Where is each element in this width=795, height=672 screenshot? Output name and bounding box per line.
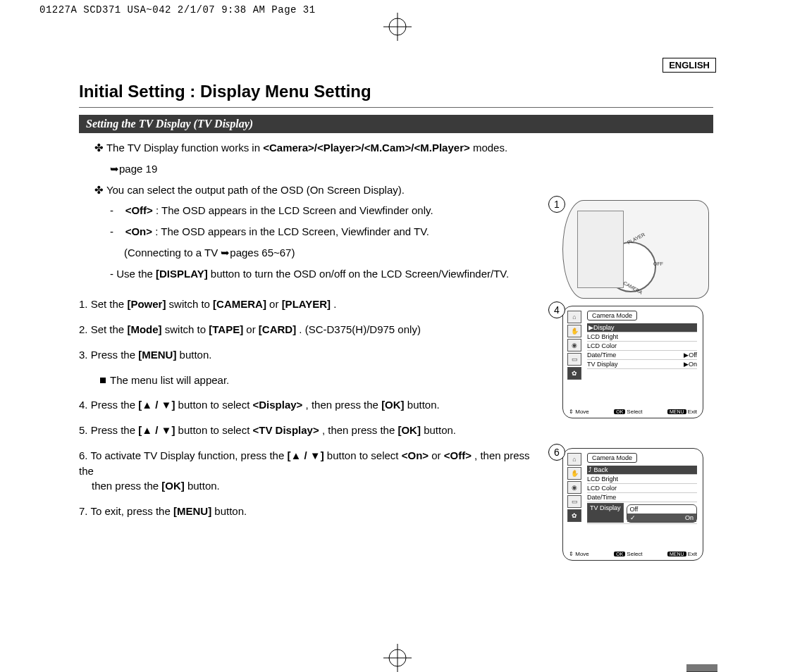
menu-value: ▶On bbox=[684, 361, 697, 368]
step-3: 3. Press the bbox=[79, 349, 138, 361]
step-6: 6. To activate TV Display function, pres… bbox=[79, 449, 287, 461]
text: button to select bbox=[178, 399, 253, 411]
svg-rect-7 bbox=[686, 664, 717, 671]
section-heading: Setting the TV Display (TV Display) bbox=[79, 115, 713, 133]
text: switch to bbox=[169, 298, 214, 310]
back-item: ⤴ Back bbox=[588, 466, 608, 473]
page-number-badge: 31 bbox=[686, 664, 717, 672]
text: modes. bbox=[473, 142, 507, 154]
step-3-note: The menu list will appear. bbox=[110, 374, 229, 386]
off-text: : The OSD appears in the LCD Screen and … bbox=[156, 204, 433, 216]
gear-icon: ✿ bbox=[567, 509, 581, 522]
reel-icon: ◉ bbox=[567, 339, 581, 351]
tv-icon: ▭ bbox=[567, 495, 581, 508]
page-ref: ➥page 19 bbox=[79, 161, 544, 177]
step-5: 5. Press the bbox=[79, 424, 138, 436]
body-text: ✤ The TV Display function works in <Came… bbox=[79, 140, 544, 519]
text: . bbox=[333, 298, 336, 310]
menu-button: [MENU] bbox=[138, 349, 176, 361]
mode-switch: [Mode] bbox=[127, 323, 161, 335]
text: switch to bbox=[165, 323, 209, 335]
menu-chip: MENU bbox=[667, 409, 686, 414]
menu-item: TV Display bbox=[587, 361, 618, 368]
menu-item: LCD Color bbox=[587, 485, 617, 492]
menu-item: LCD Color bbox=[587, 342, 617, 349]
cam-icon: ⌂ bbox=[567, 311, 581, 323]
text: , then press the bbox=[306, 399, 382, 411]
figure-4: 4 ⌂ ✋ ◉ ▭ ✿ Camera Mode ▶Display LCD Bri… bbox=[562, 306, 703, 418]
figure-number: 6 bbox=[548, 444, 565, 461]
text: then press the bbox=[79, 480, 161, 492]
updown-button: [▲ / ▼] bbox=[138, 399, 175, 411]
rule bbox=[79, 107, 713, 108]
tape-label: [TAPE] bbox=[209, 323, 243, 335]
text: button. bbox=[180, 349, 212, 361]
menu-item: ▶Display bbox=[588, 324, 615, 331]
text: button. bbox=[187, 480, 220, 492]
ok-button: [OK] bbox=[161, 480, 185, 492]
text: or bbox=[269, 298, 282, 310]
help-exit: Exit bbox=[688, 409, 697, 415]
menu-item: Date/Time bbox=[587, 351, 616, 359]
lcd-mockup: ⌂ ✋ ◉ ▭ ✿ Camera Mode ▶Display LCD Brigh… bbox=[562, 306, 703, 418]
text: button to select bbox=[327, 449, 402, 461]
menu-value: ▶Off bbox=[684, 351, 697, 359]
help-exit: Exit bbox=[688, 551, 697, 557]
print-header: 01227A SCD371 USA~042 2/1/07 9:38 AM Pag… bbox=[39, 4, 316, 15]
on-extra: (Connecting to a TV ➥pages 65~67) bbox=[79, 245, 544, 261]
updown-button: [▲ / ▼] bbox=[287, 449, 323, 461]
help-select: Select bbox=[627, 551, 642, 557]
bullet-line: ✤ You can select the output path of the … bbox=[79, 182, 544, 198]
off-option: <Off> bbox=[444, 449, 472, 461]
camera-label: [CAMERA] bbox=[213, 298, 266, 310]
display-button: [DISPLAY] bbox=[156, 268, 208, 280]
knob-off-label: OFF bbox=[653, 261, 663, 266]
lcd-mockup: ⌂ ✋ ◉ ▭ ✿ Camera Mode ⤴ Back LCD Bright … bbox=[562, 448, 703, 561]
check-icon: ✓ bbox=[630, 514, 636, 521]
screen-title: Camera Mode bbox=[587, 311, 637, 321]
off-label: <Off> bbox=[125, 204, 153, 216]
menu-chip: MENU bbox=[667, 552, 686, 556]
text: or bbox=[246, 323, 259, 335]
option-off: Off bbox=[630, 506, 639, 513]
step-1: 1. Set the bbox=[79, 298, 127, 310]
reel-icon: ◉ bbox=[567, 481, 581, 494]
ok-chip: OK bbox=[614, 552, 625, 556]
text: , then press the bbox=[322, 424, 398, 436]
hand-icon: ✋ bbox=[567, 467, 581, 480]
step-2: 2. Set the bbox=[79, 323, 127, 335]
tv-display-option: <TV Display> bbox=[252, 424, 319, 436]
text: . (SC-D375(H)/D975 only) bbox=[299, 323, 421, 335]
dash: - bbox=[110, 204, 123, 216]
step-7: 7. To exit, press the bbox=[79, 505, 173, 517]
display-pre: - Use the bbox=[110, 268, 156, 280]
gear-icon: ✿ bbox=[567, 367, 581, 380]
ok-button: [OK] bbox=[381, 399, 405, 411]
menu-item: LCD Bright bbox=[587, 333, 618, 340]
step-4: 4. Press the bbox=[79, 399, 138, 411]
tv-icon: ▭ bbox=[567, 353, 581, 366]
crop-mark-bottom bbox=[383, 644, 412, 672]
display-post: button to turn the OSD on/off on the LCD… bbox=[211, 268, 509, 280]
ok-chip: OK bbox=[614, 409, 625, 414]
on-option: <On> bbox=[402, 449, 429, 461]
display-option: <Display> bbox=[252, 399, 302, 411]
device-drawing: PLAYER OFF CAMERA bbox=[562, 200, 709, 299]
card-label: [CARD] bbox=[259, 323, 296, 335]
language-badge: ENGLISH bbox=[662, 58, 716, 73]
hand-icon: ✋ bbox=[567, 325, 581, 337]
text: button. bbox=[424, 424, 456, 436]
menu-item: Date/Time bbox=[587, 494, 616, 501]
text: button to select bbox=[178, 424, 253, 436]
screen-title: Camera Mode bbox=[587, 453, 637, 463]
crop-mark-top bbox=[383, 13, 412, 41]
text: button. bbox=[214, 505, 247, 517]
on-label: <On> bbox=[125, 225, 152, 237]
help-select: Select bbox=[627, 409, 642, 415]
player-label: [PLAYER] bbox=[282, 298, 331, 310]
menu-item-selected: TV Display bbox=[587, 503, 624, 523]
text: or bbox=[431, 449, 444, 461]
move-icon: ⇕ bbox=[569, 551, 574, 557]
dash: - bbox=[110, 225, 123, 237]
figure-1: 1 PLAYER OFF CAMERA bbox=[562, 200, 709, 299]
